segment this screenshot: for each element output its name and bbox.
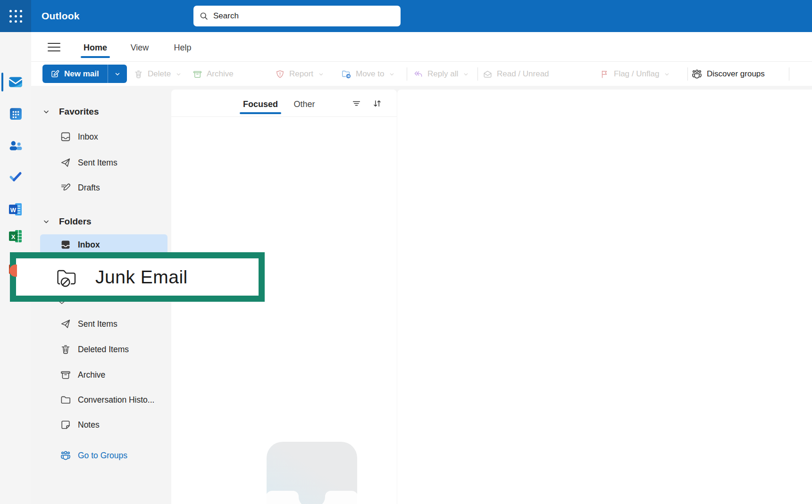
move-folder-icon [341, 69, 352, 79]
folders-item-notes[interactable]: Notes [31, 414, 171, 435]
hamburger-menu-button[interactable] [44, 40, 63, 55]
new-mail-button[interactable]: New mail [42, 65, 127, 83]
folders-header[interactable]: Folders [31, 211, 171, 232]
favorites-item-drafts[interactable]: Drafts [31, 177, 171, 198]
tab-home[interactable]: Home [78, 36, 113, 59]
waffle-icon [9, 10, 22, 23]
favorites-item-sent-items[interactable]: Sent Items [31, 152, 171, 173]
message-list-tabs: Focused Other [171, 90, 397, 117]
reply-all-icon [413, 69, 423, 79]
sort-button[interactable] [369, 96, 385, 111]
junk-email-folder-row[interactable]: Junk Email [16, 258, 259, 296]
shield-alert-icon [275, 69, 285, 79]
reply-all-button[interactable]: Reply all [413, 66, 469, 83]
filter-icon [352, 99, 361, 108]
tab-view[interactable]: View [125, 36, 154, 59]
favorites-header[interactable]: Favorites [31, 101, 171, 122]
read-unread-button[interactable]: Read / Unread [483, 66, 549, 83]
search-input[interactable] [213, 11, 395, 21]
app-title: Outlook [42, 0, 80, 32]
svg-text:W: W [10, 206, 16, 213]
search-bar[interactable] [193, 6, 401, 26]
empty-inbox-illustration [267, 442, 357, 504]
chevron-down-icon [664, 72, 670, 77]
junk-folder-icon [55, 266, 78, 289]
ribbon-toolbar: New mail Delete Archive [31, 62, 812, 86]
inbox-filled-icon [60, 239, 71, 250]
delete-button[interactable]: Delete [134, 66, 181, 83]
send-icon [60, 157, 71, 168]
folders-item-archive[interactable]: Archive [31, 364, 171, 385]
archive-icon [60, 369, 71, 380]
inbox-icon [60, 131, 71, 142]
favorites-item-inbox[interactable]: Inbox [31, 126, 171, 147]
hidden-app-icon [9, 264, 17, 277]
discover-groups-button[interactable]: Discover groups [691, 66, 765, 83]
chevron-down-icon [43, 108, 50, 115]
groups-icon [60, 450, 71, 461]
folders-item-conversation-history[interactable]: Conversation Histo... [31, 389, 171, 410]
toolbar-separator [477, 67, 478, 81]
new-mail-dropdown[interactable] [108, 65, 127, 83]
toolbar-separator [407, 67, 407, 81]
excel-icon[interactable]: X [7, 228, 24, 245]
chevron-down-icon [463, 72, 469, 77]
send-icon [60, 318, 71, 330]
filter-button[interactable] [349, 96, 364, 111]
word-icon[interactable]: W [7, 201, 24, 218]
junk-email-annotation-box: Junk Email [10, 252, 265, 302]
outlook-mail-icon[interactable] [7, 74, 24, 91]
reading-pane [397, 90, 812, 504]
chevron-down-icon [389, 72, 394, 77]
trash-icon [60, 344, 71, 355]
junk-email-label: Junk Email [95, 267, 188, 288]
calendar-icon[interactable] [7, 105, 24, 122]
to-do-icon[interactable] [7, 168, 24, 185]
selected-app-indicator [1, 73, 3, 91]
flag-icon [600, 69, 610, 79]
app-launcher-button[interactable] [0, 0, 31, 32]
compose-icon [50, 69, 59, 79]
note-icon [60, 419, 71, 430]
move-to-button[interactable]: Move to [341, 66, 394, 83]
groups-icon [691, 68, 703, 80]
chevron-down-icon [43, 218, 50, 225]
top-bar: Outlook [0, 0, 812, 32]
archive-button[interactable]: Archive [193, 66, 234, 83]
tab-focused[interactable]: Focused [240, 93, 281, 115]
folders-item-sent-items[interactable]: Sent Items [31, 314, 171, 334]
envelope-icon [483, 69, 493, 79]
svg-text:X: X [11, 233, 15, 240]
sort-icon [372, 99, 382, 108]
outlook-window: Outlook [0, 0, 812, 504]
tab-other[interactable]: Other [291, 93, 318, 115]
toolbar-separator [687, 67, 688, 81]
drafts-pencil-icon [60, 182, 71, 193]
chevron-down-icon [176, 72, 181, 77]
chevron-down-icon [115, 71, 120, 77]
search-icon [199, 11, 209, 21]
people-icon[interactable] [7, 138, 24, 155]
folder-icon [60, 394, 71, 405]
chevron-down-icon [318, 72, 324, 77]
ribbon: Home View Help New mail [31, 32, 812, 86]
flag-unflag-button[interactable]: Flag / Unflag [600, 66, 670, 83]
archive-icon [193, 69, 202, 79]
report-button[interactable]: Report [275, 66, 324, 83]
trash-icon [134, 69, 143, 79]
toolbar-separator [789, 67, 789, 81]
tab-help[interactable]: Help [168, 36, 197, 59]
go-to-groups-link[interactable]: Go to Groups [31, 445, 171, 466]
folders-item-deleted-items[interactable]: Deleted Items [31, 339, 171, 360]
ribbon-tab-row: Home View Help [31, 32, 812, 62]
